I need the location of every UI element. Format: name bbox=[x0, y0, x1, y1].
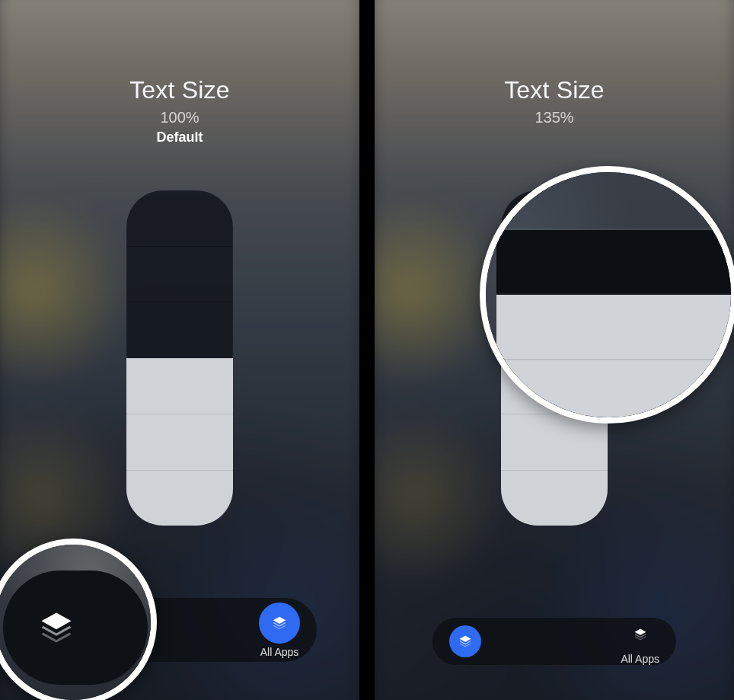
page-title: Text Size bbox=[0, 76, 359, 104]
magnified-slider bbox=[496, 166, 734, 424]
callout-magnifier bbox=[480, 166, 734, 424]
magnified-toggle bbox=[3, 571, 148, 685]
text-size-subtitle: Default bbox=[0, 129, 359, 145]
layers-icon bbox=[37, 608, 76, 647]
page-title: Text Size bbox=[375, 76, 734, 104]
text-size-slider[interactable] bbox=[126, 190, 233, 526]
slider-step bbox=[126, 414, 233, 470]
slider-step bbox=[126, 302, 233, 358]
slider-step bbox=[126, 470, 233, 526]
slider-step bbox=[126, 246, 233, 302]
scope-all-apps[interactable]: All Apps bbox=[259, 603, 300, 658]
scope-toggle: All Apps bbox=[432, 618, 676, 665]
slider-step bbox=[126, 190, 233, 246]
screenshot-left: Text Size 100% Default bbox=[0, 0, 359, 700]
scope-all-apps-label: All Apps bbox=[621, 653, 659, 665]
scope-current-app[interactable] bbox=[449, 625, 481, 657]
screenshot-right: Text Size 135% bbox=[375, 0, 734, 700]
slider-step bbox=[126, 358, 233, 414]
text-size-percent: 100% bbox=[0, 109, 359, 126]
layers-icon bbox=[458, 634, 473, 649]
scope-all-apps-label: All Apps bbox=[260, 646, 299, 658]
title-block: Text Size 100% Default bbox=[0, 76, 359, 145]
title-block: Text Size 135% bbox=[375, 76, 734, 126]
layers-icon bbox=[271, 615, 288, 631]
scope-all-apps[interactable]: All Apps bbox=[621, 618, 659, 665]
text-size-percent: 135% bbox=[375, 109, 734, 126]
layers-icon bbox=[633, 627, 648, 642]
slider-step bbox=[501, 470, 608, 526]
